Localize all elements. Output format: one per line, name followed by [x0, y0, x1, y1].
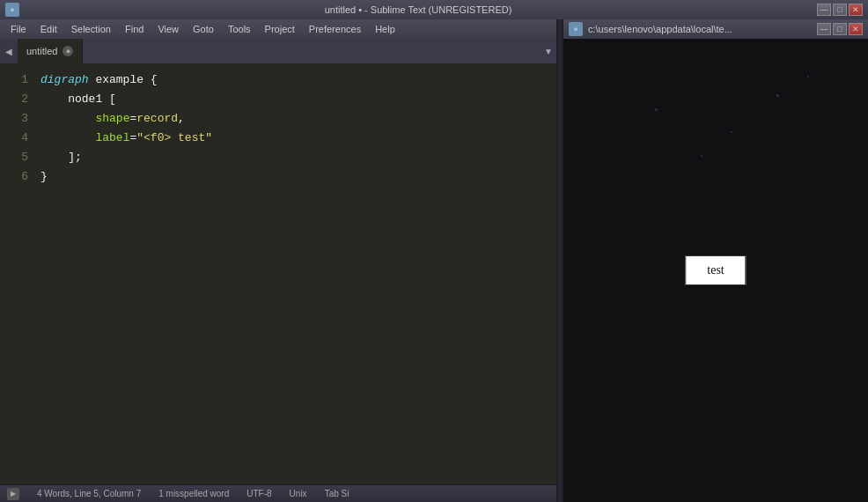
line-number: 1 — [0, 70, 28, 90]
preview-title-bar: ● c:\users\lenovo\appdata\local\te... — … — [563, 19, 868, 39]
line-number: 2 — [0, 90, 28, 109]
title-bar: ● untitled • - Sublime Text (UNREGISTERE… — [0, 0, 868, 19]
maximize-button[interactable]: □ — [833, 4, 847, 16]
code-line-6: } — [40, 167, 556, 187]
preview-minimize-button[interactable]: — — [817, 23, 831, 35]
menu-view[interactable]: View — [151, 22, 186, 36]
menu-bar: File Edit Selection Find View Goto Tools… — [0, 19, 556, 39]
menu-preferences[interactable]: Preferences — [302, 22, 368, 36]
editor-area[interactable]: 1 2 3 4 5 6 digraph example { node1 [ sh… — [0, 63, 556, 484]
line-number: 5 — [0, 148, 28, 167]
status-bar: ▶ 4 Words, Line 5, Column 7 1 misspelled… — [0, 484, 556, 502]
app-icon: ● — [5, 3, 19, 17]
sublime-editor-panel: File Edit Selection Find View Goto Tools… — [0, 19, 556, 502]
code-line-1: digraph example { — [40, 70, 556, 90]
line-number: 3 — [0, 109, 28, 129]
code-line-5: ]; — [40, 148, 556, 167]
status-words: 4 Words, Line 5, Column 7 — [37, 489, 141, 498]
tab-nav-left[interactable]: ◀ — [0, 39, 18, 63]
preview-content: test — [563, 39, 868, 502]
status-icon: ▶ — [7, 488, 19, 500]
code-line-4: label="<f0> test" — [40, 129, 556, 148]
noise — [655, 108, 658, 111]
menu-help[interactable]: Help — [368, 22, 402, 36]
status-tab: Tab Si — [325, 489, 349, 498]
tab-label: untitled — [26, 46, 57, 56]
preview-title: c:\users\lenovo\appdata\local\te... — [588, 24, 812, 34]
status-line-ending: Unix — [290, 489, 307, 498]
panel-divider[interactable] — [556, 19, 563, 502]
window-controls: — □ ✕ — [817, 4, 863, 16]
preview-icon: ● — [569, 22, 583, 36]
menu-tools[interactable]: Tools — [221, 22, 258, 36]
tab-dropdown-button[interactable]: ▼ — [544, 47, 553, 56]
noise — [776, 94, 779, 97]
noise — [807, 76, 809, 78]
close-button[interactable]: ✕ — [849, 4, 863, 16]
menu-selection[interactable]: Selection — [64, 22, 118, 36]
noise — [731, 131, 732, 133]
window-title: untitled • - Sublime Text (UNREGISTERED) — [25, 4, 812, 15]
status-encoding: UTF-8 — [246, 489, 271, 498]
menu-edit[interactable]: Edit — [33, 22, 64, 36]
graph-node: test — [685, 255, 746, 285]
menu-file[interactable]: File — [4, 22, 33, 36]
tab-bar: ◀ untitled ● ▼ — [0, 39, 556, 63]
graph-node-label: test — [707, 263, 724, 277]
code-line-3: shape=record, — [40, 109, 556, 129]
code-line-2: node1 [ — [40, 90, 556, 109]
line-numbers: 1 2 3 4 5 6 — [0, 63, 35, 484]
code-editor[interactable]: digraph example { node1 [ shape=record, … — [35, 63, 556, 484]
preview-panel: ● c:\users\lenovo\appdata\local\te... — … — [563, 19, 868, 502]
noise — [701, 155, 702, 157]
menu-find[interactable]: Find — [118, 22, 151, 36]
tab-untitled[interactable]: untitled ● — [18, 39, 83, 63]
preview-close-button[interactable]: ✕ — [849, 23, 863, 35]
menu-project[interactable]: Project — [258, 22, 302, 36]
status-spelling: 1 misspelled word — [158, 489, 229, 498]
tab-close-button[interactable]: ● — [63, 46, 73, 56]
preview-window-controls: — □ ✕ — [817, 23, 863, 35]
preview-maximize-button[interactable]: □ — [833, 23, 847, 35]
line-number: 4 — [0, 129, 28, 148]
menu-goto[interactable]: Goto — [186, 22, 221, 36]
line-number: 6 — [0, 167, 28, 187]
main-area: File Edit Selection Find View Goto Tools… — [0, 19, 868, 502]
minimize-button[interactable]: — — [817, 4, 831, 16]
